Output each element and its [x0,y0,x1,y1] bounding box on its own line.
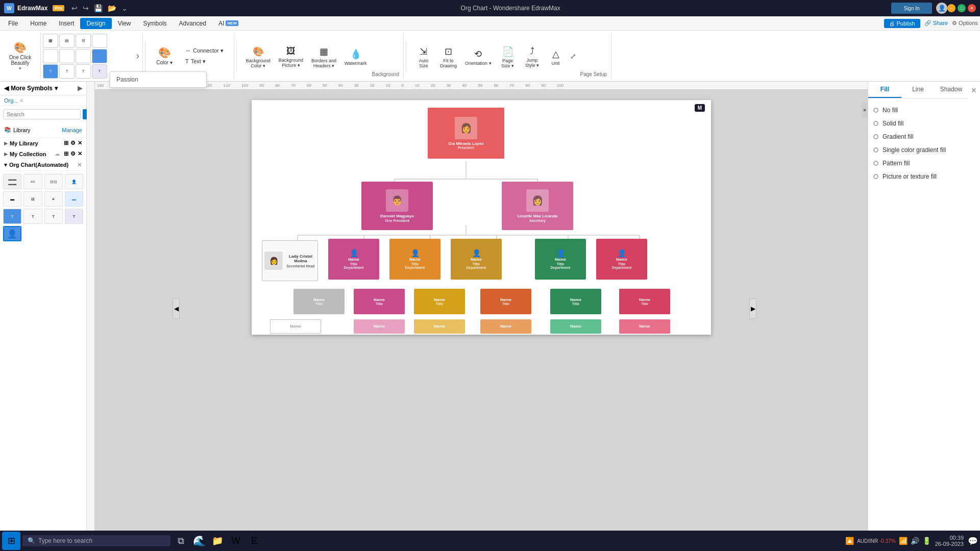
fit-to-drawing-button[interactable]: ⊡ Fit toDrawing [437,43,460,71]
my-library-close[interactable]: ✕ [78,140,82,146]
sub2-node[interactable]: Name Title [354,289,405,314]
tab-line[interactable]: Line [901,82,935,98]
style-btn-4[interactable] [92,34,107,48]
org-chart-close[interactable]: ✕ [77,161,82,168]
page-size-button[interactable]: 📄 PageSize ▾ [497,43,519,71]
background-color-button[interactable]: 🎨 BackgroundColor ▾ [243,43,274,71]
fill-radio-gradient[interactable] [873,134,878,139]
secretary-node[interactable]: 👩 Liezelle Mae Licanda Secretary [502,182,573,230]
library-header[interactable]: 📚 Library Manage [4,124,82,135]
menu-insert[interactable]: Insert [53,18,80,29]
unit-button[interactable]: △ Unit [546,43,566,71]
my-library-add[interactable]: ⊞ [64,140,68,146]
beautify-more-btn[interactable]: › [135,49,140,62]
minimize-button[interactable]: − [947,4,955,12]
org-template-5[interactable]: ▬ [3,191,21,207]
drawing-paper[interactable]: M [252,100,711,335]
fill-option-gradient[interactable]: Gradient fill [873,130,975,143]
taskbar-files[interactable]: 📁 [209,533,226,549]
menu-view[interactable]: View [112,18,137,29]
background-picture-button[interactable]: 🖼 BackgroundPicture ▾ [276,43,306,71]
org-template-9[interactable]: T [3,209,21,224]
name2-node[interactable]: Name [354,319,405,334]
taskbar-word[interactable]: W [228,533,244,549]
fill-option-single-gradient[interactable]: Single color gradient fill [873,143,975,157]
menu-file[interactable]: File [2,18,24,29]
dept4-node[interactable]: 👤 Name TitleDepartment [535,239,586,280]
my-library-settings[interactable]: ⚙ [70,140,76,146]
style-btn-1[interactable]: ▦ [43,34,58,48]
more-button[interactable]: ⌄ [119,3,130,13]
menu-ai[interactable]: AI NEW [212,18,244,29]
save-button[interactable]: 💾 [92,3,105,13]
open-button[interactable]: 📂 [106,3,118,13]
right-panel-close-btn[interactable]: ✕ [968,83,980,97]
page-setup-collapse[interactable]: ⤢ [568,51,578,61]
menu-advanced[interactable]: Advanced [173,18,212,29]
maximize-button[interactable]: □ [958,4,966,12]
name5-node[interactable]: Name [550,319,601,334]
my-collection-add[interactable]: ⊞ [64,151,68,157]
one-click-beautify-button[interactable]: 🎨 One ClickBeautify ▾ [5,39,36,73]
tab-fill[interactable]: Fill [868,82,901,98]
name1-node[interactable]: Name [270,319,321,334]
panel-collapse-right[interactable]: ▶ [78,85,82,92]
style-btn-7[interactable] [76,49,91,63]
org-template-8[interactable]: ▬ [65,191,83,207]
style-btn-3[interactable]: ⊟ [76,34,91,48]
orientation-button[interactable]: ⟲ Orientation ▾ [462,43,495,71]
signin-area[interactable]: Sign In [891,3,932,14]
undo-button[interactable]: ↩ [69,3,80,13]
color-button[interactable]: 🎨 Color ▾ [152,42,177,70]
jump-style-button[interactable]: ⤴ JumpStyle ▾ [521,43,544,71]
org-template-13[interactable]: 👤 [3,226,21,241]
start-button[interactable]: ⊞ [2,532,20,550]
right-expand-icon[interactable]: » [862,102,868,117]
right-panel-collapse-btn[interactable]: ▶ [749,298,756,319]
style-btn-11[interactable]: T [76,64,91,79]
panel-collapse-left[interactable]: ◀ [4,85,9,92]
style-btn-10[interactable]: T [59,64,75,79]
auto-size-button[interactable]: ⇲ AutoSize [412,43,435,71]
dept3-node[interactable]: 👤 Name TitleDepartment [451,239,502,280]
president-node[interactable]: 👩 Gia Mikaela Lopez President [428,108,504,159]
canvas-area[interactable]: 180 170 160 150 140 130 120 110 100 90 8… [87,82,868,536]
sub6-node[interactable]: Name Title [619,289,670,314]
publish-button[interactable]: 🖨 Publish [884,19,920,28]
org-template-11[interactable]: T [44,209,63,224]
fill-radio-single-gradient[interactable] [873,147,878,153]
org-chart-caret[interactable]: ▾ [4,161,7,168]
name3-node[interactable]: Name [414,319,465,334]
battery-icon[interactable]: 🔋 [922,537,931,545]
borders-headers-button[interactable]: ▦ Borders andHeaders ▾ [308,43,339,71]
share-button[interactable]: 🔗 Share [924,20,948,27]
org-template-1[interactable]: ▬▬▬▬ [3,174,21,189]
org-template-3[interactable]: ⊟⊟ [44,174,63,189]
sub1-node[interactable]: Name Title [293,289,345,314]
fill-option-none[interactable]: No fill [873,104,975,117]
style-btn-6[interactable] [59,49,75,63]
style-btn-12[interactable]: T [92,64,107,79]
fill-radio-none[interactable] [873,108,878,113]
menu-design[interactable]: Design [80,18,111,29]
volume-icon[interactable]: 🔊 [911,537,919,545]
sub5-node[interactable]: Name Title [550,289,601,314]
redo-button[interactable]: ↪ [81,3,91,13]
vp-node[interactable]: 👨 Danniel Magpayo Vice President [361,182,433,230]
beautify-dropdown[interactable]: ▾ [19,66,21,71]
user-avatar[interactable]: 👤 [936,3,947,14]
style-btn-8[interactable] [92,49,107,63]
taskbar-edge[interactable]: 🌊 [191,533,207,549]
dept2-node[interactable]: 👤 Name TitleDepartment [389,239,440,280]
menu-symbols[interactable]: Symbols [137,18,173,29]
org-template-12[interactable]: T [65,209,83,224]
sub4-node[interactable]: Name Title [480,289,531,314]
left-panel-collapse-btn[interactable]: ◀ [173,298,180,319]
datetime-display[interactable]: 00:39 26-09-2023 [935,535,964,547]
notification-icon[interactable]: 💬 [968,536,978,546]
taskbar-search[interactable]: 🔍 Type here to search [22,535,170,546]
fill-option-pattern[interactable]: Pattern fill [873,157,975,170]
fill-option-solid[interactable]: Solid fill [873,117,975,130]
fill-radio-solid[interactable] [873,121,878,126]
wifi-icon[interactable]: 📶 [899,537,908,545]
